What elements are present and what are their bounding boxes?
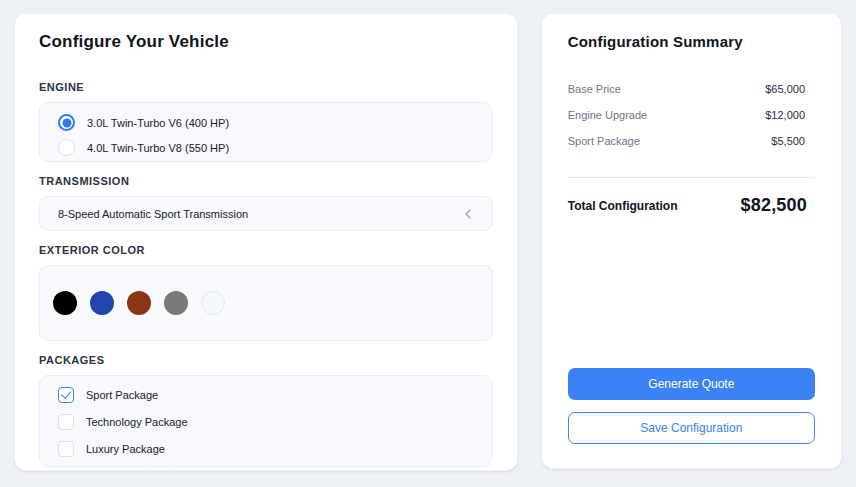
total-value: $82,500: [741, 195, 807, 216]
exterior-color-section-label: EXTERIOR COLOR: [39, 243, 493, 257]
radio-button[interactable]: [58, 139, 75, 156]
transmission-section-label: TRANSMISSION: [39, 174, 493, 188]
summary-title: Configuration Summary: [568, 30, 815, 54]
transmission-selected-value: 8-Speed Automatic Sport Transmission: [58, 208, 248, 220]
engine-option-v8[interactable]: 4.0L Twin-Turbo V8 (550 HP): [58, 138, 474, 157]
summary-row-engine-upgrade: Engine Upgrade $12,000: [568, 108, 815, 122]
price-value: $12,000: [765, 109, 805, 121]
generate-quote-button[interactable]: Generate Quote: [568, 368, 815, 400]
packages-group: Sport Package Technology Package Luxury …: [39, 375, 493, 467]
engine-section-label: ENGINE: [39, 80, 493, 94]
chevron-left-icon: [460, 206, 476, 222]
package-option-luxury[interactable]: Luxury Package: [58, 439, 474, 458]
color-swatch-gray[interactable]: [164, 291, 188, 315]
exterior-color-group: [39, 265, 493, 341]
transmission-select[interactable]: 8-Speed Automatic Sport Transmission: [39, 196, 493, 231]
checkbox[interactable]: [58, 414, 74, 430]
radio-button[interactable]: [58, 114, 75, 131]
total-label: Total Configuration: [568, 199, 678, 213]
summary-row-base-price: Base Price $65,000: [568, 82, 815, 96]
color-swatch-black[interactable]: [53, 291, 77, 315]
package-option-label: Sport Package: [86, 389, 158, 401]
configure-vehicle-card: Configure Your Vehicle ENGINE 3.0L Twin-…: [14, 13, 518, 471]
save-configuration-button[interactable]: Save Configuration: [568, 412, 815, 444]
color-swatch-rust-red[interactable]: [127, 291, 151, 315]
price-label: Engine Upgrade: [568, 109, 648, 121]
package-option-technology[interactable]: Technology Package: [58, 412, 474, 431]
flex-spacer: [568, 216, 815, 368]
package-option-sport[interactable]: Sport Package: [58, 385, 474, 404]
color-swatch-pearl-white[interactable]: [201, 291, 225, 315]
checkbox[interactable]: [58, 441, 74, 457]
page-title: Configure Your Vehicle: [39, 30, 493, 54]
engine-option-v6[interactable]: 3.0L Twin-Turbo V6 (400 HP): [58, 113, 474, 132]
engine-option-label: 3.0L Twin-Turbo V6 (400 HP): [87, 117, 229, 129]
price-label: Base Price: [568, 83, 621, 95]
engine-option-label: 4.0L Twin-Turbo V8 (550 HP): [87, 142, 229, 154]
engine-options-group: 3.0L Twin-Turbo V6 (400 HP) 4.0L Twin-Tu…: [39, 102, 493, 162]
package-option-label: Luxury Package: [86, 443, 165, 455]
configuration-summary-card: Configuration Summary Base Price $65,000…: [541, 13, 842, 469]
package-option-label: Technology Package: [86, 416, 188, 428]
checkbox[interactable]: [58, 387, 74, 403]
price-value: $5,500: [771, 135, 805, 147]
price-label: Sport Package: [568, 135, 640, 147]
price-value: $65,000: [765, 83, 805, 95]
summary-total-row: Total Configuration $82,500: [568, 195, 815, 216]
summary-row-sport-package: Sport Package $5,500: [568, 134, 815, 148]
vehicle-configurator-page: Configure Your Vehicle ENGINE 3.0L Twin-…: [0, 0, 856, 484]
summary-divider: [568, 177, 815, 178]
packages-section-label: PACKAGES: [39, 353, 493, 367]
color-swatch-royal-blue[interactable]: [90, 291, 114, 315]
